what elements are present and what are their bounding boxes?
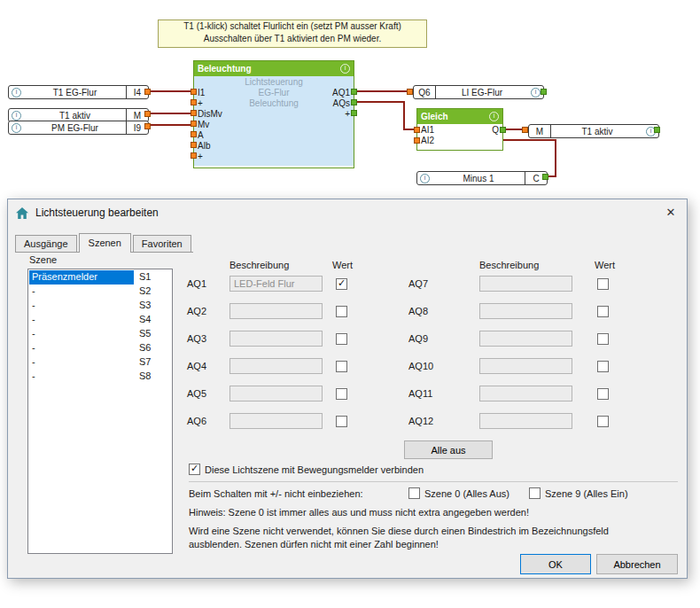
aq-label: AQ12 [408,416,479,426]
aq2-description-input[interactable] [229,303,323,319]
pin-output[interactable] [500,127,506,133]
column-header-beschreibung: Beschreibung [479,260,539,270]
aq3-description-input[interactable] [229,331,323,347]
memory-ref-t1-aktiv[interactable]: M T1 aktiv i [528,124,659,138]
pin-input[interactable] [191,110,197,116]
scene-item[interactable]: - S6 [29,341,171,355]
scene-name[interactable]: - [29,299,134,313]
scene-item[interactable]: - S7 [29,355,171,370]
close-icon[interactable]: ✕ [655,199,687,224]
aq-label: AQ5 [187,388,229,399]
scene-item[interactable]: - S8 [29,370,171,384]
wire [354,101,405,103]
aq11-description-input[interactable] [479,386,572,401]
aq4-description-input[interactable] [229,358,323,374]
aq4-wert-checkbox[interactable] [336,361,347,372]
diagram-note[interactable]: T1 (1-klick) schaltet Flurlicht ein (set… [158,19,427,48]
aq5-wert-checkbox[interactable] [336,388,347,400]
scene-item[interactable]: - S5 [29,327,171,341]
io-label: PM EG-Flur [24,123,126,133]
scene-name[interactable]: - [29,285,134,299]
tab-szenen[interactable]: Szenen [79,233,131,253]
aq8-wert-checkbox[interactable] [597,306,609,317]
pin-input[interactable] [414,127,420,133]
pin-output[interactable] [351,89,357,95]
scene-name[interactable]: - [29,355,134,370]
aq10-wert-checkbox[interactable] [597,361,609,372]
block-body: AI1 AI2 Q [417,124,502,148]
pin-input[interactable] [191,89,197,95]
input-ref-pm-eg-flur[interactable]: i PM EG-Flur I9 [8,121,149,135]
dialog-title: Lichtsteuerung bearbeiten [35,207,159,219]
aq7-description-input[interactable] [479,276,572,292]
motion-link-checkbox[interactable] [189,464,200,475]
pin-output[interactable] [144,89,151,95]
info-icon[interactable]: i [340,64,350,74]
scene-item[interactable]: - S3 [29,299,171,313]
scene-name[interactable]: - [29,313,134,327]
aq11-wert-checkbox[interactable] [597,388,609,400]
pin-input[interactable] [191,131,197,137]
aq7-wert-checkbox[interactable] [597,278,609,290]
aq1-wert-checkbox[interactable] [336,278,347,290]
beleuchtung-block[interactable]: Beleuchtung i Lichtsteuerung EG-Flur Bel… [193,60,354,168]
pin-input[interactable] [191,99,197,105]
pin-output[interactable] [541,89,547,95]
scene-slot: S2 [134,285,171,299]
aq12-description-input[interactable] [479,413,572,429]
pin-output[interactable] [542,174,548,180]
aq2-wert-checkbox[interactable] [336,306,347,317]
aq9-wert-checkbox[interactable] [597,333,609,345]
aq-row: AQ2 [187,303,347,319]
pin-input[interactable] [414,137,420,144]
alle-aus-button[interactable]: Alle aus [404,440,493,459]
aq6-description-input[interactable] [229,413,323,429]
pin-output[interactable] [351,99,357,105]
aq12-wert-checkbox[interactable] [597,416,609,427]
minus-1-block[interactable]: i Minus 1 C [416,171,548,185]
gleich-block[interactable]: Gleich i AI1 AI2 Q [416,108,503,151]
pin-output[interactable] [144,123,151,129]
aq6-wert-checkbox[interactable] [336,416,347,427]
scene-name[interactable]: Präsenzmelder [29,270,134,285]
tab-ausgaenge[interactable]: Ausgänge [15,235,77,252]
io-label: T1 aktiv [551,127,643,136]
aq10-description-input[interactable] [479,358,572,374]
scene-slot: S3 [134,299,171,313]
aq9-description-input[interactable] [479,331,572,347]
block-header: Gleich i [417,109,502,124]
pin-input[interactable] [522,127,528,133]
scene-item[interactable]: - S2 [29,285,171,299]
scene-item[interactable]: - S4 [29,313,171,327]
dialog-titlebar[interactable]: Lichtsteuerung bearbeiten ✕ [8,199,687,226]
pin-input[interactable] [191,142,197,148]
scene-name[interactable]: - [29,341,134,355]
aq-row: AQ3 [187,331,347,347]
scene-listbox[interactable]: Präsenzmelder S1 - S2 - S3 - S4 - S5 - S… [27,269,173,554]
scene-item[interactable]: Präsenzmelder S1 [29,270,171,285]
pin-input[interactable] [407,89,413,95]
pin-output[interactable] [144,111,151,117]
ok-button[interactable]: OK [520,554,591,574]
tab-favoriten[interactable]: Favoriten [133,235,191,252]
scene9-checkbox[interactable] [529,487,541,499]
output-ref-li-eg-flur[interactable]: Q6 LI EG-Flur i [413,85,544,99]
pin-input[interactable] [191,152,197,159]
io-label: LI EG-Flur [436,88,528,97]
pin-output[interactable] [654,127,660,133]
wire [555,139,556,177]
pin-input[interactable] [191,121,197,127]
info-icon[interactable]: i [489,112,499,121]
scene-name[interactable]: - [29,370,134,384]
aq8-description-input[interactable] [479,303,572,319]
cancel-button[interactable]: Abbrechen [596,554,678,574]
aq1-description-input[interactable] [229,276,323,292]
aq5-description-input[interactable] [229,386,323,401]
scene-name[interactable]: - [29,327,134,341]
aq3-wert-checkbox[interactable] [336,333,347,345]
input-ref-t1-eg-flur[interactable]: i T1 EG-Flur I4 [8,85,149,99]
info-icon: i [12,88,21,97]
note-line-1: T1 (1-klick) schaltet Flurlicht ein (set… [159,20,426,33]
scene0-checkbox[interactable] [408,487,420,499]
pin-output[interactable] [351,110,357,116]
